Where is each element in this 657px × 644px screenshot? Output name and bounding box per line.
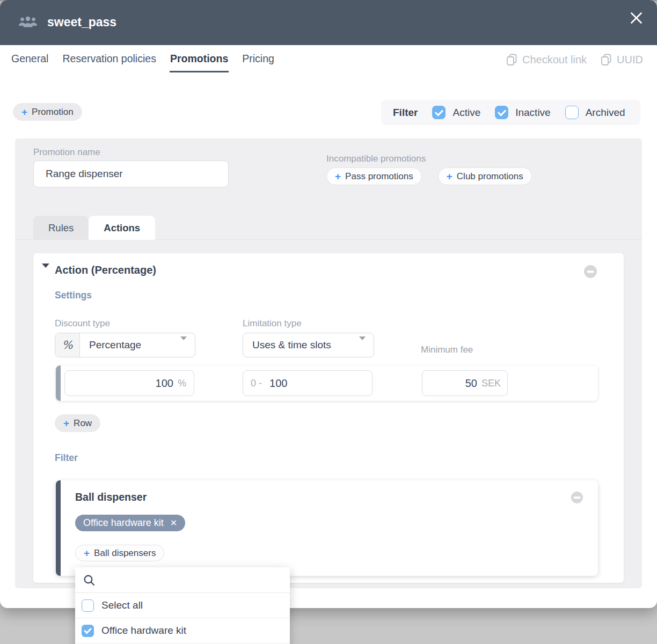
limitation-type-label: Limitation type [243,318,302,329]
percentage-unit: % [178,378,186,389]
uuid-label: UUID [617,54,643,66]
promotion-name-input[interactable]: Range dispenser [33,160,229,187]
dropdown-search-input[interactable] [101,567,290,592]
filter-option-archived[interactable]: Archived [565,106,625,119]
dispenser-dropdown: Select all Office hardware kit [75,567,290,644]
tab-pricing[interactable]: Pricing [242,45,275,72]
group-icon [18,16,38,32]
add-club-promotions-button[interactable]: + Club promotions [438,167,532,185]
row-accent-bar [56,365,61,401]
checkout-link-label: Checkout link [522,54,587,66]
add-ball-dispensers-label: Ball dispensers [94,548,156,559]
modal-header: sweet_pass [0,0,657,45]
office-hardware-kit-tag: Office hardware kit ✕ [75,515,185,531]
percentage-input[interactable]: 100 % [64,370,194,396]
add-ball-dispensers-button[interactable]: + Ball dispensers [75,545,164,561]
chevron-down-icon [359,340,366,350]
add-promotion-button[interactable]: + Promotion [13,103,82,121]
settings-label: Settings [55,290,92,301]
promotion-name-label: Promotion name [33,147,100,158]
remove-filter-icon[interactable] [571,492,583,503]
tab-promotions[interactable]: Promotions [170,45,229,72]
dropdown-option-select-all[interactable]: Select all [75,593,290,618]
range-prefix: 0 - [251,378,262,389]
plus-icon: + [447,171,452,181]
tab-general[interactable]: General [11,45,49,72]
dropdown-option-office-hardware-kit[interactable]: Office hardware kit [75,618,290,643]
range-value: 100 [269,377,287,390]
fee-value: 50 [465,377,477,390]
add-row-label: Row [74,418,92,429]
plus-icon: + [84,548,90,558]
ball-dispenser-title: Ball dispenser [75,491,147,503]
fee-unit: SEK [481,378,501,389]
pass-settings-modal: sweet_pass General Reservation policies … [0,0,657,608]
tag-remove-icon[interactable]: ✕ [170,518,177,528]
discount-type-value: Percentage [80,339,180,351]
select-all-label: Select all [101,599,143,611]
tab-actions[interactable]: Actions [89,216,155,240]
remove-action-icon[interactable] [584,265,597,278]
card-accent-bar [56,480,61,576]
search-icon [83,574,96,587]
limitation-type-value: Uses & time slots [243,339,359,351]
tab-rules[interactable]: Rules [33,216,89,240]
add-pass-promotions-button[interactable]: + Pass promotions [326,167,422,185]
incompatible-buttons: + Pass promotions + Club promotions [326,167,532,185]
uuid-button[interactable]: UUID [601,54,643,66]
archived-label: Archived [586,107,625,119]
checkout-link-button[interactable]: Checkout link [506,54,587,66]
uses-range-input[interactable]: 0 - 100 [243,370,373,396]
filter-bar-label: Filter [393,107,418,119]
action-card: Action (Percentage) Settings Discount ty… [33,253,624,583]
office-hardware-kit-label: Office hardware kit [101,625,186,636]
promotion-panel: Promotion name Range dispenser Incompati… [15,138,642,588]
inactive-checkbox[interactable] [495,106,508,119]
percentage-value: 100 [156,377,173,390]
plus-icon: + [63,418,69,428]
archived-checkbox[interactable] [565,106,579,119]
filter-bar: Filter Active Inactive Archived [381,100,640,125]
filter-section-label: Filter [55,452,78,464]
close-icon[interactable] [626,8,646,28]
filter-option-inactive[interactable]: Inactive [495,106,550,119]
plus-icon: + [21,107,27,117]
promotion-name-value: Range dispenser [46,168,123,180]
tab-reservation-policies[interactable]: Reservation policies [62,45,157,72]
add-club-promotions-label: Club promotions [457,171,523,182]
minimum-fee-label: Minimum fee [421,345,473,355]
discount-type-select[interactable]: % Percentage [55,333,195,357]
collapse-caret-icon[interactable] [42,268,49,277]
chevron-down-icon [180,340,187,350]
active-label: Active [452,107,480,119]
limitation-type-select[interactable]: Uses & time slots [243,333,374,357]
discount-type-label: Discount type [55,318,110,329]
incompatible-promotions-label: Incompatible promotions [326,153,426,164]
sub-tabs: Rules Actions [33,216,155,240]
nav-actions: Checkout link UUID [506,54,643,66]
filter-option-active[interactable]: Active [432,106,480,119]
modal-title: sweet_pass [47,15,116,30]
ball-dispenser-card: Ball dispenser Office hardware kit ✕ + B… [56,480,598,576]
add-promotion-label: Promotion [32,107,73,118]
active-checkbox[interactable] [432,106,446,119]
percent-symbol: % [55,333,80,357]
add-row-button[interactable]: + Row [55,414,100,432]
select-all-checkbox[interactable] [82,599,94,612]
copy-icon [601,54,612,66]
minimum-fee-input[interactable]: 50 SEK [422,370,508,396]
nav-row: General Reservation policies Promotions … [0,45,657,77]
inactive-label: Inactive [515,107,550,119]
copy-icon [506,54,517,66]
tag-label: Office hardware kit [83,517,164,529]
action-card-title: Action (Percentage) [55,264,156,276]
office-hardware-kit-checkbox[interactable] [82,625,94,637]
nav-tabs: General Reservation policies Promotions … [11,45,275,72]
add-pass-promotions-label: Pass promotions [345,171,413,182]
plus-icon: + [335,171,341,181]
dropdown-search-row [75,567,290,593]
action-values-row: 100 % 0 - 100 50 SEK [56,365,598,401]
